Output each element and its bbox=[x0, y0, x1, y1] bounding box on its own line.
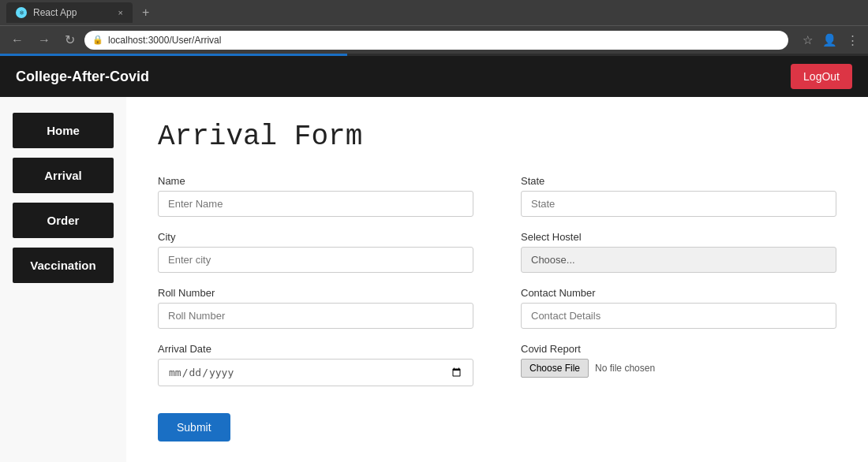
choose-file-button[interactable]: Choose File bbox=[521, 359, 589, 378]
city-label: City bbox=[158, 231, 473, 243]
contact-number-input[interactable] bbox=[521, 303, 836, 329]
browser-chrome: ⚛ React App × + ← → ↻ 🔒 localhost:3000/U… bbox=[0, 0, 868, 56]
back-button[interactable]: ← bbox=[6, 32, 28, 49]
main-content: Arrival Form Name City bbox=[126, 97, 868, 462]
app-container: College-After-Covid LogOut Home Arrival … bbox=[0, 56, 868, 462]
address-text: localhost:3000/User/Arrival bbox=[108, 35, 221, 46]
arrival-date-group: Arrival Date bbox=[158, 343, 473, 386]
roll-number-group: Roll Number bbox=[158, 287, 473, 329]
roll-number-label: Roll Number bbox=[158, 287, 473, 299]
tab-bar: ⚛ React App × + bbox=[0, 0, 868, 25]
state-label: State bbox=[521, 175, 836, 187]
nav-actions: ☆ 👤 ⋮ bbox=[799, 32, 862, 49]
tab-title: React App bbox=[33, 7, 77, 18]
logout-button[interactable]: LogOut bbox=[791, 64, 852, 89]
name-label: Name bbox=[158, 175, 473, 187]
sidebar-item-arrival[interactable]: Arrival bbox=[13, 158, 114, 193]
file-upload-wrapper: Choose File No file chosen bbox=[521, 359, 836, 378]
app-header: College-After-Covid LogOut bbox=[0, 56, 868, 97]
contact-number-label: Contact Number bbox=[521, 287, 836, 299]
sidebar-item-home[interactable]: Home bbox=[13, 113, 114, 148]
refresh-button[interactable]: ↻ bbox=[60, 31, 80, 49]
roll-number-input[interactable] bbox=[158, 303, 473, 329]
page-load-progress bbox=[0, 54, 347, 56]
sidebar-item-vaccination[interactable]: Vaccination bbox=[13, 248, 114, 283]
state-input[interactable] bbox=[521, 191, 836, 217]
sidebar: Home Arrival Order Vaccination bbox=[0, 97, 126, 462]
form-title: Arrival Form bbox=[158, 121, 836, 153]
menu-icon[interactable]: ⋮ bbox=[844, 32, 862, 49]
no-file-text: No file chosen bbox=[595, 363, 655, 374]
arrival-form: Name City Roll Number bbox=[158, 175, 836, 442]
city-input[interactable] bbox=[158, 247, 473, 273]
select-hostel-dropdown[interactable]: Choose... bbox=[521, 247, 836, 273]
sidebar-item-order[interactable]: Order bbox=[13, 203, 114, 238]
select-hostel-label: Select Hostel bbox=[521, 231, 836, 243]
arrival-date-input[interactable] bbox=[158, 359, 473, 386]
profile-icon[interactable]: 👤 bbox=[819, 32, 840, 49]
form-left-column: Name City Roll Number bbox=[158, 175, 473, 401]
arrival-date-label: Arrival Date bbox=[158, 343, 473, 355]
tab-close-icon[interactable]: × bbox=[118, 8, 123, 17]
app-body: Home Arrival Order Vaccination Arrival F… bbox=[0, 97, 868, 462]
covid-report-label: Covid Report bbox=[521, 343, 836, 355]
bookmark-icon[interactable]: ☆ bbox=[799, 32, 816, 49]
name-group: Name bbox=[158, 175, 473, 217]
form-grid: Name City Roll Number bbox=[158, 175, 836, 401]
app-title: College-After-Covid bbox=[16, 69, 149, 85]
new-tab-button[interactable]: + bbox=[136, 6, 155, 20]
lock-icon: 🔒 bbox=[92, 35, 103, 45]
forward-button[interactable]: → bbox=[33, 32, 55, 49]
form-right-column: State Select Hostel Choose... C bbox=[521, 175, 836, 401]
submit-button[interactable]: Submit bbox=[158, 413, 230, 442]
name-input[interactable] bbox=[158, 191, 473, 217]
select-hostel-group: Select Hostel Choose... bbox=[521, 231, 836, 273]
address-bar[interactable]: 🔒 localhost:3000/User/Arrival bbox=[84, 31, 788, 50]
tab-favicon: ⚛ bbox=[16, 7, 27, 18]
nav-bar: ← → ↻ 🔒 localhost:3000/User/Arrival ☆ 👤 … bbox=[0, 25, 868, 54]
state-group: State bbox=[521, 175, 836, 217]
city-group: City bbox=[158, 231, 473, 273]
browser-tab[interactable]: ⚛ React App × bbox=[6, 2, 133, 23]
contact-number-group: Contact Number bbox=[521, 287, 836, 329]
covid-report-group: Covid Report Choose File No file chosen bbox=[521, 343, 836, 378]
